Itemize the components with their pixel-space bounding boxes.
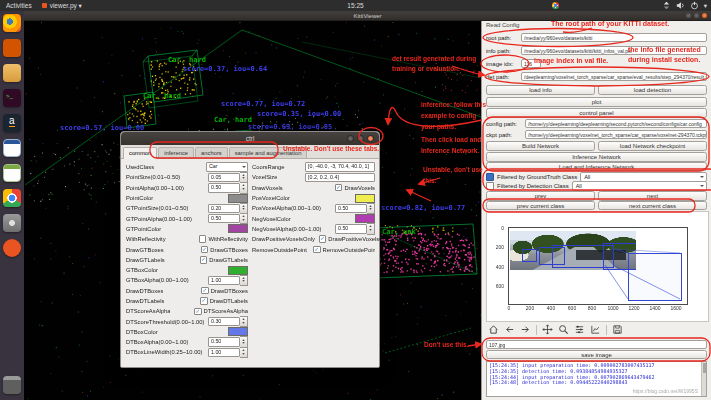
log-scrollbar[interactable] <box>701 362 706 396</box>
ctrl-tab[interactable]: sample and augmentation <box>229 147 308 158</box>
forward-icon[interactable] <box>520 324 531 335</box>
ctrl-row-GTBoxAlpha(0.00~1.00): GTBoxAlpha(0.00~1.00)1.00▲▼ <box>126 275 248 285</box>
ctrl-spin-PointAlpha(0.00~1.00)[interactable]: 0.50 <box>208 183 240 193</box>
launcher-icon-amazon[interactable] <box>3 114 21 132</box>
clock[interactable]: 15:25 <box>347 2 363 9</box>
launcher-icon-ubuntu-software[interactable] <box>3 39 21 57</box>
zoom-icon[interactable] <box>558 324 569 335</box>
ctrl-spin-DTBoxAlpha(0.00~1.00)[interactable]: 0.50 <box>208 337 240 347</box>
ctrl-checkbox-DrawGTLabels[interactable]: ✓ <box>200 256 208 264</box>
ctrl-color-swatch-NegVoxelColor[interactable] <box>355 214 375 223</box>
maximize-button[interactable] <box>694 13 699 18</box>
load-detection-button[interactable]: load detection <box>598 85 707 95</box>
launcher-icon-libreoffice-calc[interactable] <box>3 164 21 182</box>
ctrl-color-swatch-GTPointColor[interactable] <box>228 224 248 233</box>
info-path-input[interactable]: /media/yy/960evo/datasets/kitti/kitti_in… <box>521 46 707 55</box>
prev-current-class-button[interactable]: prev current class <box>486 201 595 210</box>
launcher-icon-trash[interactable] <box>3 376 21 394</box>
ctrl-maximize-button[interactable] <box>357 135 364 142</box>
load-info-button[interactable]: load info <box>486 85 595 95</box>
focused-app-menu[interactable]: viewer.py ▾ <box>42 2 82 10</box>
ctrl-tab[interactable]: common <box>123 147 157 159</box>
ctrl-color-swatch-DTBoxColor[interactable] <box>228 327 248 336</box>
ctrl-color-swatch-PosVoxelColor[interactable] <box>355 194 375 203</box>
launcher-icon-files[interactable] <box>3 64 21 82</box>
ctrl-color-swatch-PointColor[interactable] <box>228 194 248 203</box>
ctrl-tab[interactable]: anchors <box>195 147 228 158</box>
ctrl-dialog-titlebar[interactable]: ctrl <box>121 132 379 145</box>
launcher-icon-firefox[interactable] <box>3 14 21 32</box>
load-network-checkpoint-button[interactable]: load Network checkpoint <box>598 141 707 151</box>
window-titlebar[interactable]: KittiViewer <box>24 11 711 21</box>
back-icon[interactable] <box>504 324 515 335</box>
ctrl-spin-GTPointSize(0.01~0.50)[interactable]: 0.20 <box>208 204 240 214</box>
minimize-button[interactable] <box>686 13 691 18</box>
home-icon[interactable] <box>488 324 499 335</box>
ctrl-close-button[interactable] <box>367 135 374 142</box>
image-filename-input[interactable]: 107.jpg <box>486 340 707 349</box>
ctrl-dialog[interactable]: ctrl commoninferenceanchorssample and au… <box>120 131 380 368</box>
launcher-icon-chrome[interactable] <box>3 189 21 207</box>
ctrl-spin-DTBoxLineWidth(0.25~10.00)[interactable]: 1.00 <box>208 348 240 358</box>
ctrl-row-WithReflectivity: WithReflectivityWithReflectivity <box>126 234 248 244</box>
launcher-icon-libreoffice-writer[interactable] <box>3 139 21 157</box>
ctrl-checkbox-DrawVoxels[interactable]: ✓ <box>335 184 343 192</box>
spinner-arrows-icon[interactable]: ▲▼ <box>240 275 248 287</box>
ctrl-spin-PointSize(0.01~0.50)[interactable]: 0.05 <box>208 173 240 183</box>
inference-network-button[interactable]: Inference Network <box>486 152 707 162</box>
ctrl-spin-NegVoxelAlpha(0.00~1.00)[interactable]: 0.50 <box>335 224 367 234</box>
pan-icon[interactable] <box>542 324 553 335</box>
ctrl-checkbox-DrawPositiveVoxelsOnly[interactable]: ✓ <box>319 235 327 243</box>
ctrl-spin-DTScoreThreshold(0.00~1.00)[interactable]: 0.30 <box>208 317 240 327</box>
activities-button[interactable]: Activities <box>6 2 32 9</box>
spinner-arrows-icon[interactable]: ▲▼ <box>240 316 248 328</box>
load-and-inference-button[interactable]: Load and Inference Network <box>486 162 707 171</box>
ctrl-checkbox-DrawGTBoxes[interactable]: ✓ <box>201 246 209 254</box>
save-image-button[interactable]: save image <box>486 350 707 359</box>
ctrl-combo-UsedClass[interactable]: Car <box>206 162 248 172</box>
log-output[interactable]: [15:24:35] input preparation time: 0.009… <box>486 361 707 397</box>
ctrl-checkbox-DrawDTLabels[interactable]: ✓ <box>200 297 208 305</box>
launcher-icon-terminal[interactable] <box>3 89 21 107</box>
spinner-arrows-icon[interactable]: ▲▼ <box>240 213 248 225</box>
ctrl-spin-PosVoxelAlpha(0.00~1.00)[interactable]: 0.50 <box>335 204 367 214</box>
plot-config-icon[interactable] <box>590 324 601 335</box>
save-icon[interactable] <box>612 324 623 335</box>
build-network-button[interactable]: Build Network <box>486 141 595 151</box>
next-current-class-button[interactable]: next current class <box>598 201 707 210</box>
plot-button[interactable]: plot <box>486 97 707 107</box>
ctrl-minimize-button[interactable] <box>347 135 354 142</box>
system-tray[interactable]: ▾ <box>662 1 707 10</box>
launcher-icon-settings[interactable] <box>3 214 21 232</box>
ctrl-value-VoxelSize[interactable]: [0.2, 0.2, 0.4] <box>305 173 375 183</box>
ctrl-checkbox-DTScoreAsAlpha[interactable]: ✓ <box>194 308 202 316</box>
spinner-arrows-icon[interactable]: ▲▼ <box>240 347 248 359</box>
close-button[interactable] <box>702 13 707 18</box>
ctrl-checkbox-RemoveOutsidePoint[interactable]: ✓ <box>313 246 321 254</box>
spinner-arrows-icon[interactable]: ▲▼ <box>367 223 375 235</box>
ctrl-row-PointAlpha(0.00~1.00): PointAlpha(0.00~1.00)0.50▲▼ <box>126 183 248 193</box>
filter-gt-label: Filtered by GroundTruth Class <box>497 174 577 180</box>
subplot-config-icon[interactable] <box>574 324 585 335</box>
ctrl-checkbox-DrawDTBoxes[interactable]: ✓ <box>201 287 209 295</box>
control-panel-button[interactable]: control panel <box>486 108 707 118</box>
det-path-input[interactable]: /deeplearning/voxelnet_torch_sparse/car_… <box>521 72 707 81</box>
root-path-input[interactable]: /media/yy/960evo/datasets/kitti <box>521 33 707 42</box>
ctrl-value-CoorsRange[interactable]: [0, -40.0, -3, 70.4, 40.0, 1] <box>305 162 375 172</box>
filter-det-class-select[interactable]: All <box>572 181 707 191</box>
launcher-icon-software-updater[interactable] <box>3 239 21 257</box>
config-path-input[interactable]: /home/yy/deeplearning/deeplearning/secon… <box>525 119 707 128</box>
ctrl-spin-GTBoxAlpha(0.00~1.00)[interactable]: 1.00 <box>208 276 240 286</box>
ctrl-checkbox-WithReflectivity[interactable] <box>199 235 207 243</box>
next-button[interactable]: next <box>598 191 707 201</box>
ctrl-tab[interactable]: inference <box>158 147 194 158</box>
image-idx-input[interactable]: 116 <box>521 59 541 68</box>
filter-gt-checkbox[interactable] <box>486 173 494 181</box>
ctrl-spin-GTPointAlpha(0.00~1.00)[interactable]: 0.50 <box>208 214 240 224</box>
ckpt-path-input[interactable]: /home/yy/deeplearning/voxelnet_torch_spa… <box>525 130 707 139</box>
spinner-arrows-icon[interactable]: ▲▼ <box>367 203 375 215</box>
ctrl-color-swatch-GTBoxColor[interactable] <box>228 266 248 275</box>
filter-det-checkbox[interactable] <box>486 182 494 190</box>
prev-button[interactable]: prev <box>486 191 595 201</box>
spinner-arrows-icon[interactable]: ▲▼ <box>240 182 248 194</box>
